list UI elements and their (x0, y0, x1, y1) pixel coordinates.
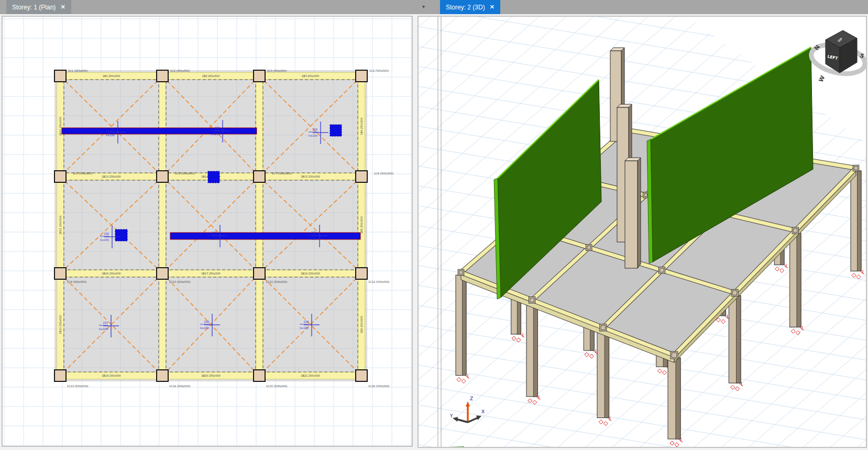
tab-storey2-3d[interactable]: Storey: 2 (3D) ✕ (440, 0, 500, 14)
svg-text:1B13 250x500: 1B13 250x500 (102, 175, 121, 178)
svg-text:1S3: 1S3 (312, 128, 317, 131)
svg-text:1C11 (500x500): 1C11 (500x500) (266, 280, 288, 283)
svg-text:1S7: 1S7 (103, 321, 108, 324)
svg-text:1B4 250x500: 1B4 250x500 (360, 117, 363, 135)
svg-text:1C7 (500x500): 1C7 (500x500) (272, 172, 291, 175)
axis-z-label: Z (470, 396, 473, 401)
plan-viewport[interactable]: 1B1 250x5001B2 250x5001B3 250x5001B13 25… (0, 0, 415, 450)
svg-text:1S8: 1S8 (204, 320, 209, 323)
svg-text:1C8 (500x500): 1C8 (500x500) (374, 172, 393, 175)
svg-text:h=150: h=150 (99, 327, 108, 331)
svg-text:1C5 (500x500): 1C5 (500x500) (73, 172, 92, 175)
tab-storey1-plan[interactable]: Storey: 1 (Plan) ✕ (6, 0, 71, 14)
svg-text:1C10 (500x500): 1C10 (500x500) (169, 280, 191, 283)
tab-overflow-dropdown-icon[interactable]: ▾ (422, 4, 425, 9)
svg-text:1B12 250x500: 1B12 250x500 (59, 117, 62, 136)
svg-text:1S4: 1S4 (104, 232, 109, 235)
svg-text:h=150: h=150 (200, 326, 209, 330)
svg-text:h=150: h=150 (211, 133, 219, 136)
svg-text:1S2: 1S2 (214, 126, 219, 129)
axis-x-label: X (481, 409, 485, 414)
tab-label: Storey: 1 (Plan) (12, 4, 56, 11)
svg-text:1B21 250x500: 1B21 250x500 (301, 374, 320, 377)
svg-text:1C4 (500x500): 1C4 (500x500) (369, 69, 389, 72)
svg-text:1C14 (500x500): 1C14 (500x500) (169, 385, 191, 388)
svg-text:1C3 (500x500): 1C3 (500x500) (267, 69, 287, 72)
svg-text:h=150: h=150 (100, 238, 109, 242)
svg-text:1B10 250x500: 1B10 250x500 (59, 315, 62, 334)
svg-text:h=150: h=150 (208, 237, 217, 240)
svg-text:1B6 250x500: 1B6 250x500 (360, 316, 363, 333)
svg-text:1B11 250x500: 1B11 250x500 (59, 215, 62, 235)
svg-text:1B19 250x500: 1B19 250x500 (102, 374, 121, 377)
svg-text:1B2 250x500: 1B2 250x500 (202, 74, 219, 78)
svg-text:1B16 250x500: 1B16 250x500 (102, 272, 121, 275)
svg-text:1B3 250x500: 1B3 250x500 (302, 74, 319, 78)
svg-text:h=150: h=150 (309, 134, 317, 137)
svg-text:1B15 250x500: 1B15 250x500 (301, 175, 320, 178)
svg-text:1B20 250x500: 1B20 250x500 (201, 374, 221, 377)
svg-text:1C12 (500x500): 1C12 (500x500) (368, 280, 390, 283)
svg-text:h=150: h=150 (307, 237, 316, 240)
svg-text:1S6: 1S6 (311, 231, 316, 234)
close-icon[interactable]: ✕ (60, 4, 65, 10)
svg-text:1S5: 1S5 (212, 231, 217, 234)
close-icon[interactable]: ✕ (490, 4, 495, 10)
svg-text:1C16 (500x500): 1C16 (500x500) (368, 385, 390, 388)
svg-text:1C1 (250x500): 1C1 (250x500) (68, 69, 87, 72)
svg-text:1S9: 1S9 (303, 320, 309, 323)
svg-text:1C13 (500x500): 1C13 (500x500) (67, 385, 89, 388)
svg-text:1S1: 1S1 (109, 127, 115, 130)
tab-label: Storey: 2 (3D) (446, 4, 485, 11)
svg-text:h=150: h=150 (300, 326, 309, 330)
svg-text:1B5 250x500: 1B5 250x500 (360, 216, 363, 234)
svg-text:1C6 (500x500): 1C6 (500x500) (175, 172, 194, 175)
svg-text:h=150: h=150 (106, 134, 115, 137)
svg-text:1B1 250x500: 1B1 250x500 (103, 74, 120, 78)
3d-viewport[interactable]: NWSLEFTUPZXY (415, 0, 868, 450)
svg-text:1B17 250x500: 1B17 250x500 (201, 272, 221, 275)
svg-text:1C9 (500x500): 1C9 (500x500) (67, 280, 86, 283)
tab-bar: Storey: 1 (Plan) ✕ ▾ Storey: 2 (3D) ✕ (0, 0, 868, 14)
axis-y-label: Y (449, 413, 453, 419)
svg-text:1C15 (500x500): 1C15 (500x500) (266, 385, 288, 388)
svg-text:1C2 (500x500): 1C2 (500x500) (170, 69, 190, 72)
svg-text:1B18 250x500: 1B18 250x500 (301, 272, 320, 275)
